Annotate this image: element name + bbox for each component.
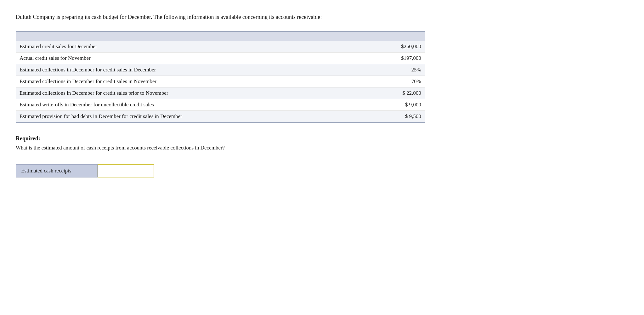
- row-label: Estimated collections in December for cr…: [16, 76, 336, 87]
- row-value: $ 22,000: [336, 87, 425, 99]
- answer-label: Estimated cash receipts: [16, 164, 98, 177]
- row-value: $ 9,000: [336, 99, 425, 110]
- required-question: What is the estimated amount of cash rec…: [16, 144, 425, 152]
- row-value: 25%: [336, 64, 425, 76]
- table-row: Estimated collections in December for cr…: [16, 76, 425, 87]
- row-label: Estimated credit sales for December: [16, 41, 336, 53]
- table-row: Actual credit sales for November$197,000: [16, 52, 425, 64]
- required-heading: Required:: [16, 135, 425, 142]
- row-label: Estimated write-offs in December for unc…: [16, 99, 336, 110]
- row-label: Estimated collections in December for cr…: [16, 87, 336, 99]
- table-row: Estimated write-offs in December for unc…: [16, 99, 425, 110]
- row-label: Estimated collections in December for cr…: [16, 64, 336, 76]
- row-label: Estimated provision for bad debts in Dec…: [16, 110, 336, 122]
- table-row: Estimated credit sales for December$260,…: [16, 41, 425, 53]
- row-value: $ 9,500: [336, 110, 425, 122]
- answer-row: Estimated cash receipts: [16, 164, 628, 177]
- row-value: 70%: [336, 76, 425, 87]
- table-header-spacer: [16, 31, 425, 41]
- answer-input[interactable]: [98, 164, 154, 177]
- table-row: Estimated collections in December for cr…: [16, 64, 425, 76]
- table-row: Estimated collections in December for cr…: [16, 87, 425, 99]
- intro-paragraph: Duluth Company is preparing its cash bud…: [16, 13, 425, 22]
- table-row: Estimated provision for bad debts in Dec…: [16, 110, 425, 122]
- row-label: Actual credit sales for November: [16, 52, 336, 64]
- required-section: Required: What is the estimated amount o…: [16, 135, 425, 152]
- row-value: $260,000: [336, 41, 425, 53]
- data-table: Estimated credit sales for December$260,…: [16, 31, 425, 123]
- row-value: $197,000: [336, 52, 425, 64]
